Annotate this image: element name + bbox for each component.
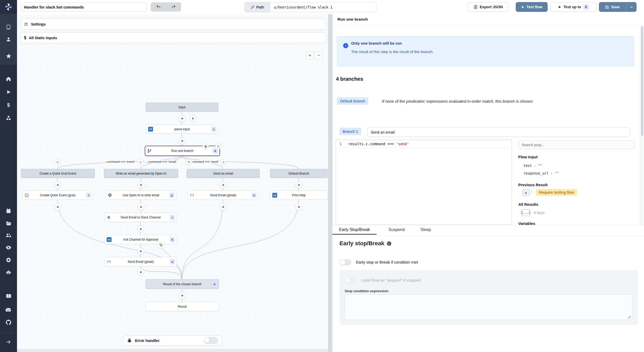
add-step-button[interactable]	[219, 181, 227, 189]
early-stop-toggle[interactable]	[340, 259, 351, 265]
windmill-logo[interactable]	[4, 2, 13, 12]
user-icon[interactable]	[0, 35, 17, 44]
remove-branch-button[interactable]	[220, 159, 226, 165]
add-step-button[interactable]	[295, 181, 302, 189]
arrow-right-icon[interactable]	[0, 338, 17, 346]
undo-button[interactable]	[151, 2, 166, 12]
user-group-gear-icon[interactable]	[0, 231, 17, 240]
flow-node-ask-approval[interactable]: TS Ask Channel for Approval k	[104, 235, 177, 244]
branch-header[interactable]: Send an email	[187, 169, 260, 178]
branch-predicate-label[interactable]: ....command === 'event'	[103, 160, 135, 163]
undo-icon	[156, 5, 161, 9]
flow-node-gcal-event[interactable]: 31 Create Quick Event (gcal) t	[22, 191, 93, 200]
export-json-button[interactable]: Export JSON	[468, 2, 509, 12]
error-handler-card[interactable]: Error handler	[123, 335, 222, 346]
flow-node-run-one-branch[interactable]: Run one branch d	[145, 146, 220, 156]
dollar-icon[interactable]: $	[0, 101, 17, 109]
remove-branch-button[interactable]	[137, 159, 143, 165]
redo-button[interactable]	[166, 2, 181, 12]
path-input[interactable]	[270, 2, 376, 12]
move-branch-icon[interactable]	[186, 159, 192, 165]
add-step-button[interactable]	[137, 181, 145, 189]
robot-icon[interactable]	[0, 268, 17, 276]
flow-node-openai-email[interactable]: Use Open AI to write email p	[105, 191, 176, 200]
branch-predicate-label[interactable]: ....command === 'email'	[144, 160, 177, 163]
flow-node-input[interactable]: Input	[146, 103, 218, 112]
add-step-button[interactable]	[179, 137, 186, 144]
add-step-button[interactable]	[295, 203, 302, 210]
step-id-badge: c	[211, 127, 216, 132]
flow-node-result[interactable]: Result	[146, 302, 219, 311]
discord-icon[interactable]	[0, 306, 17, 314]
add-step-button[interactable]	[179, 115, 186, 122]
add-step-button[interactable]	[54, 181, 61, 189]
node-label: Create Quick Event (gcal)	[30, 193, 85, 197]
test-flow-button[interactable]: Test flow	[516, 2, 548, 12]
undo-redo-group	[151, 2, 181, 12]
tab-suspend[interactable]: Suspend	[388, 227, 405, 232]
github-icon[interactable]	[0, 318, 17, 327]
folder-icon[interactable]	[0, 219, 17, 228]
step-id-badge: d	[212, 282, 217, 287]
add-step-button[interactable]	[137, 225, 144, 233]
resize-handle-icon[interactable]	[628, 315, 631, 318]
add-step-button[interactable]	[137, 248, 144, 255]
branch-header[interactable]: Default Branch	[270, 169, 328, 178]
branch-header-label: Default Branch	[272, 172, 326, 175]
play-icon	[558, 5, 561, 9]
path-label-segment[interactable]: Path	[245, 2, 270, 12]
info-icon[interactable]: i	[387, 241, 391, 246]
branch-header[interactable]: Create a Quick Gcal Event	[21, 169, 95, 178]
node-label: Result of the chosen branch	[154, 282, 211, 286]
book-icon[interactable]	[0, 292, 17, 300]
openai-icon	[108, 193, 112, 198]
error-handler-toggle[interactable]	[204, 337, 218, 344]
branch-predicate-label[interactable]: ommand === 'send'	[192, 160, 219, 163]
eye-icon[interactable]	[0, 243, 17, 252]
play-icon[interactable]	[0, 88, 17, 96]
add-step-button[interactable]	[179, 292, 186, 299]
node-label: Send Email (gmail)	[112, 260, 169, 264]
add-step-button[interactable]	[219, 203, 227, 210]
add-step-button[interactable]	[137, 268, 144, 276]
flow-node-result-of-branch[interactable]: Result of the chosen branch d	[146, 279, 219, 289]
gear-icon[interactable]	[0, 256, 17, 264]
skip-label-toggle[interactable]	[345, 277, 357, 283]
approval-phone-icon[interactable]	[157, 242, 165, 248]
move-icon	[204, 145, 207, 148]
early-stop-toggle-row: Early stop or Break if condition met	[340, 259, 418, 265]
test-flow-label: Test flow	[527, 5, 543, 9]
calendar-icon[interactable]	[0, 207, 17, 215]
boxes-icon[interactable]	[0, 114, 17, 122]
flow-node-print-help[interactable]: TS Print Help	[270, 191, 328, 200]
test-up-to-button[interactable]: Test up to d	[550, 2, 596, 12]
bug-icon	[127, 338, 132, 343]
add-step-button[interactable]	[54, 203, 61, 210]
flow-node-send-email-gmail-2[interactable]: Send Email (gmail) o	[104, 257, 177, 266]
slack-icon	[107, 215, 111, 219]
flow-title-input[interactable]	[21, 2, 147, 12]
building-icon[interactable]	[0, 23, 17, 31]
save-split-button: Save	[599, 2, 637, 12]
flow-node-parse-input[interactable]: TS parse input c	[146, 125, 218, 134]
move-step-button[interactable]	[202, 143, 209, 150]
add-step-button[interactable]	[137, 203, 145, 210]
save-button[interactable]: Save	[599, 2, 626, 12]
remove-branch-button[interactable]	[54, 159, 61, 165]
trigger-button[interactable]	[189, 115, 197, 122]
tab-early-stop-break[interactable]: Early Stop/Break	[332, 225, 377, 235]
flow-node-slack-email[interactable]: Send Email to Slack Channel r	[104, 213, 177, 222]
tab-sleep[interactable]: Sleep	[420, 227, 431, 232]
floppy-icon	[605, 5, 609, 9]
branch-header[interactable]: Write an email generated by Open AI	[104, 169, 178, 178]
home-icon[interactable]	[0, 75, 17, 83]
stop-condition-textarea[interactable]	[345, 294, 633, 320]
pencil-icon	[251, 5, 255, 9]
plus-icon	[181, 139, 184, 143]
step-id-badge: p	[169, 193, 174, 198]
delete-step-button[interactable]	[215, 143, 221, 150]
path-group: Path	[244, 2, 376, 12]
flow-node-send-email-gmail[interactable]: Send Email (gmail) u	[188, 191, 259, 200]
star-icon[interactable]	[0, 52, 17, 60]
save-dropdown-button[interactable]	[626, 2, 637, 12]
